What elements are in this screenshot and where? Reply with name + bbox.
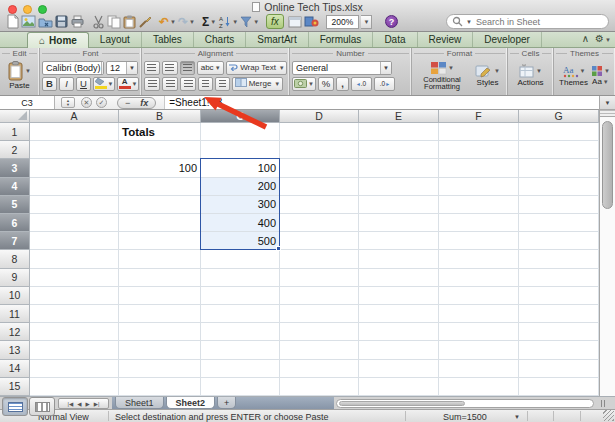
- actions-button[interactable]: ▼ Actions: [517, 58, 543, 93]
- font-size-select[interactable]: 12▼: [106, 61, 138, 75]
- wrap-text-button[interactable]: Wrap Text▼: [226, 61, 287, 75]
- align-right-icon[interactable]: [180, 77, 196, 91]
- name-box[interactable]: C3: [0, 96, 55, 109]
- cell-F13[interactable]: [439, 341, 519, 359]
- cell-A12[interactable]: [30, 323, 119, 341]
- open-icon[interactable]: [38, 14, 53, 30]
- cell-D3[interactable]: [280, 159, 359, 177]
- help-button[interactable]: ?: [385, 15, 398, 28]
- row-header-5[interactable]: 5: [0, 196, 30, 214]
- formula-builder-button[interactable]: fx: [266, 14, 284, 29]
- ribbon-tab-tables[interactable]: Tables: [142, 32, 194, 47]
- cell-G8[interactable]: [519, 250, 599, 268]
- column-header-D[interactable]: D: [280, 110, 359, 123]
- cell-F2[interactable]: [439, 141, 519, 159]
- cell-F12[interactable]: [439, 323, 519, 341]
- cell-B6[interactable]: [119, 214, 201, 232]
- ribbon-gear-icon[interactable]: ⚙▼: [595, 33, 611, 44]
- cell-A13[interactable]: [30, 341, 119, 359]
- decrease-indent-icon[interactable]: [198, 77, 213, 91]
- scrollbar-resize-grip[interactable]: [598, 399, 608, 408]
- underline-button[interactable]: U: [76, 77, 91, 91]
- vertical-scrollbar[interactable]: [599, 110, 615, 396]
- row-header-3[interactable]: 3: [0, 159, 30, 177]
- cell-E7[interactable]: [359, 232, 439, 250]
- row-header-10[interactable]: 10: [0, 287, 30, 305]
- cell-D15[interactable]: [280, 378, 359, 396]
- copy-icon[interactable]: [107, 14, 121, 30]
- percent-format-button[interactable]: %: [318, 77, 334, 91]
- themes-button[interactable]: Aa▼ Themes: [559, 58, 588, 93]
- sheet-window-icon[interactable]: [288, 14, 302, 30]
- cell-A7[interactable]: [30, 232, 119, 250]
- cell-F4[interactable]: [439, 178, 519, 196]
- cell-C13[interactable]: [201, 341, 280, 359]
- align-left-icon[interactable]: [144, 77, 160, 91]
- cell-E2[interactable]: [359, 141, 439, 159]
- currency-format-button[interactable]: ▼: [292, 77, 316, 91]
- print-icon[interactable]: [70, 14, 85, 30]
- cell-C4[interactable]: 200: [201, 178, 280, 196]
- undo-icon[interactable]: ↶▼: [159, 14, 176, 30]
- cell-G4[interactable]: [519, 178, 599, 196]
- ribbon-tab-charts[interactable]: Charts: [194, 32, 246, 47]
- styles-button[interactable]: ▼ Styles: [475, 58, 500, 93]
- fill-color-button[interactable]: ▼: [93, 77, 115, 91]
- cell-B9[interactable]: [119, 269, 201, 287]
- formula-bar-dropdown-icon[interactable]: ▼: [599, 96, 615, 110]
- cell-D9[interactable]: [280, 269, 359, 287]
- cell-E1[interactable]: [359, 123, 439, 141]
- cell-E14[interactable]: [359, 360, 439, 378]
- cell-G3[interactable]: [519, 159, 599, 177]
- cell-G7[interactable]: [519, 232, 599, 250]
- theme-fonts-button[interactable]: Aa▼: [592, 78, 609, 86]
- row-header-11[interactable]: 11: [0, 305, 30, 323]
- search-scope-dropdown[interactable]: ▼: [466, 19, 472, 25]
- increase-decimal-icon[interactable]: ◂.0: [351, 77, 372, 91]
- ribbon-tab-layout[interactable]: Layout: [89, 32, 142, 47]
- column-header-G[interactable]: G: [519, 110, 599, 123]
- cell-B14[interactable]: [119, 360, 201, 378]
- decrease-decimal-icon[interactable]: .0▸: [374, 77, 395, 91]
- page-layout-view-button[interactable]: [29, 397, 55, 416]
- column-header-B[interactable]: B: [119, 110, 201, 123]
- save-icon[interactable]: [55, 14, 68, 30]
- conditional-formatting-button[interactable]: ▼ Conditional Formatting: [419, 58, 465, 93]
- row-header-2[interactable]: 2: [0, 141, 30, 159]
- cell-C9[interactable]: [201, 269, 280, 287]
- cell-G1[interactable]: [519, 123, 599, 141]
- cell-E10[interactable]: [359, 287, 439, 305]
- cell-B2[interactable]: [119, 141, 201, 159]
- ribbon-tab-smartart[interactable]: SmartArt: [246, 32, 308, 47]
- cell-F3[interactable]: [439, 159, 519, 177]
- comma-format-button[interactable]: ,: [336, 77, 349, 91]
- cell-B7[interactable]: [119, 232, 201, 250]
- cell-A4[interactable]: [30, 178, 119, 196]
- cell-B4[interactable]: [119, 178, 201, 196]
- column-header-E[interactable]: E: [359, 110, 439, 123]
- column-header-A[interactable]: A: [30, 110, 119, 123]
- cell-A15[interactable]: [30, 378, 119, 396]
- cell-C14[interactable]: [201, 360, 280, 378]
- ribbon-collapse-icon[interactable]: ∧: [582, 33, 589, 44]
- cell-A11[interactable]: [30, 305, 119, 323]
- row-header-14[interactable]: 14: [0, 360, 30, 378]
- row-header-12[interactable]: 12: [0, 323, 30, 341]
- name-box-stepper[interactable]: ▲▼: [61, 97, 75, 108]
- cell-C5[interactable]: 300: [201, 196, 280, 214]
- cell-B12[interactable]: [119, 323, 201, 341]
- ribbon-tab-data[interactable]: Data: [373, 32, 417, 47]
- filter-icon[interactable]: ▼: [240, 14, 259, 30]
- cell-C1[interactable]: [201, 123, 280, 141]
- cell-F15[interactable]: [439, 378, 519, 396]
- merge-button[interactable]: Merge▼: [232, 77, 283, 91]
- paste-button[interactable]: ▼ Paste: [8, 58, 31, 93]
- cell-A1[interactable]: [30, 123, 119, 141]
- cell-E12[interactable]: [359, 323, 439, 341]
- cell-C7[interactable]: 500: [201, 232, 280, 250]
- bold-button[interactable]: B: [42, 77, 57, 91]
- cell-D5[interactable]: [280, 196, 359, 214]
- cell-E13[interactable]: [359, 341, 439, 359]
- prev-sheet-icon[interactable]: ◀: [77, 401, 81, 407]
- cell-D13[interactable]: [280, 341, 359, 359]
